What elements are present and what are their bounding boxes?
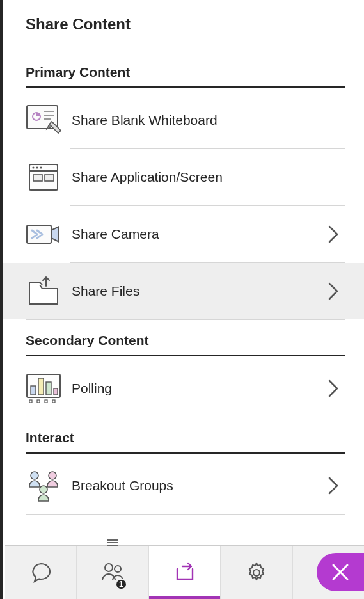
share-camera-item[interactable]: Share Camera: [26, 206, 345, 262]
svg-point-7: [36, 166, 38, 168]
application-icon: [26, 159, 61, 195]
section-interact-underline: [26, 452, 345, 454]
polling-label: Polling: [72, 381, 327, 396]
title-divider: [3, 49, 364, 49]
share-whiteboard-label: Share Blank Whiteboard: [72, 113, 345, 128]
svg-point-24: [105, 564, 113, 571]
share-camera-label: Share Camera: [72, 227, 327, 242]
svg-point-6: [32, 166, 34, 168]
svg-rect-15: [46, 382, 51, 395]
section-secondary-underline: [26, 355, 345, 356]
svg-rect-16: [54, 388, 58, 395]
svg-rect-13: [31, 386, 36, 395]
svg-rect-9: [33, 175, 42, 181]
svg-rect-17: [29, 400, 32, 403]
files-icon: [26, 273, 61, 309]
breakout-groups-label: Breakout Groups: [72, 478, 327, 493]
drag-handle-icon: [107, 539, 118, 546]
tab-chat[interactable]: [5, 546, 77, 599]
section-primary-title: Primary Content: [26, 65, 345, 80]
svg-rect-19: [45, 400, 47, 403]
close-icon: [331, 563, 350, 582]
svg-point-8: [40, 166, 42, 168]
bottom-bar: 1: [5, 545, 364, 599]
section-secondary-title: Secondary Content: [26, 333, 345, 348]
svg-rect-14: [38, 378, 44, 395]
gear-icon: [245, 561, 268, 584]
chevron-right-icon: [327, 379, 345, 397]
svg-rect-11: [27, 225, 51, 243]
chevron-right-icon: [327, 477, 345, 495]
whiteboard-icon: [26, 102, 61, 138]
breakout-groups-item[interactable]: Breakout Groups: [26, 458, 345, 514]
svg-rect-20: [52, 400, 55, 403]
svg-point-22: [49, 472, 56, 479]
divider: [26, 514, 345, 515]
share-files-item[interactable]: Share Files: [3, 263, 364, 319]
page-title: Share Content: [26, 15, 345, 33]
svg-point-21: [31, 472, 38, 479]
divider: [26, 417, 345, 417]
share-files-label: Share Files: [72, 284, 327, 299]
divider: [26, 319, 345, 320]
chevron-right-icon: [327, 225, 345, 243]
share-icon: [173, 561, 196, 584]
chat-icon: [29, 561, 52, 584]
section-primary-underline: [26, 86, 345, 88]
share-application-item[interactable]: Share Application/Screen: [26, 149, 345, 205]
tab-share[interactable]: [149, 546, 221, 599]
svg-rect-10: [45, 175, 54, 181]
svg-point-23: [40, 486, 47, 493]
tab-settings[interactable]: [221, 546, 292, 599]
chevron-right-icon: [327, 282, 345, 300]
section-interact-title: Interact: [26, 430, 345, 445]
polling-item[interactable]: Polling: [26, 360, 345, 417]
camera-icon: [26, 216, 61, 252]
polling-icon: [26, 371, 61, 406]
svg-point-26: [253, 570, 260, 576]
svg-rect-18: [37, 400, 40, 403]
svg-point-25: [115, 566, 121, 572]
share-whiteboard-item[interactable]: Share Blank Whiteboard: [26, 92, 345, 148]
share-application-label: Share Application/Screen: [72, 170, 345, 185]
attendees-badge: 1: [115, 579, 127, 590]
breakout-groups-icon: [26, 468, 61, 504]
close-panel-button[interactable]: [317, 553, 364, 591]
tab-attendees[interactable]: 1: [77, 546, 148, 599]
